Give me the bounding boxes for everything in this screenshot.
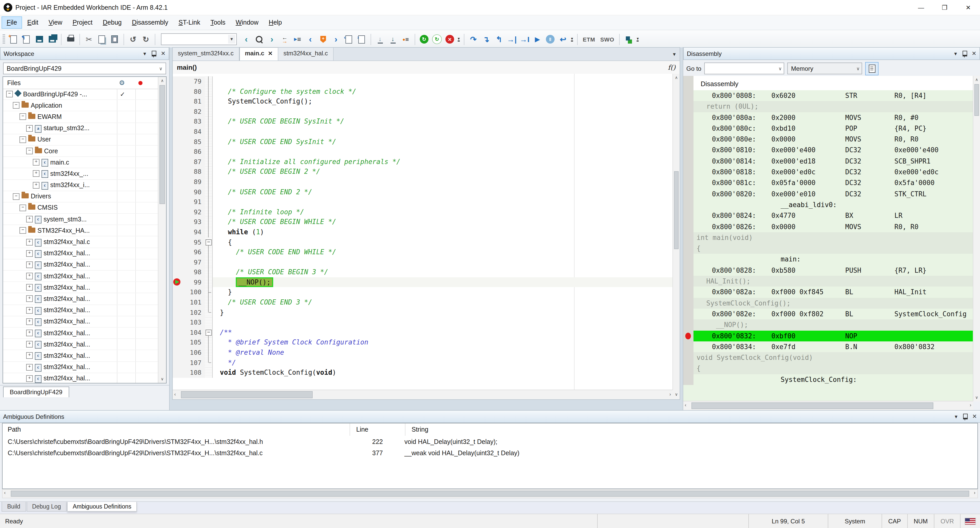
expand-icon[interactable]: + [33, 159, 40, 165]
scroll-up-icon[interactable]: ∧ [673, 74, 679, 80]
disassembly-gutter[interactable] [683, 123, 694, 134]
code-line-108[interactable]: 108void SystemClock_Config(void) [173, 367, 673, 377]
make-list-button[interactable]: ●≡ [399, 33, 412, 46]
disassembly-gutter[interactable] [683, 167, 694, 178]
code-line-93[interactable]: 93 /* USER CODE BEGIN WHILE */ [173, 217, 673, 227]
tree-item[interactable]: −Core [3, 146, 158, 157]
code-line-96[interactable]: 96 /* USER CODE END WHILE */ [173, 247, 673, 257]
column-header-path[interactable]: Path [3, 423, 350, 436]
disassembly-gutter[interactable] [683, 363, 694, 374]
code-line-87[interactable]: 87 /* Initialize all configured peripher… [173, 157, 673, 167]
tree-item[interactable]: +cstm32f4xx_hal... [3, 282, 158, 293]
disassembly-gutter[interactable] [683, 243, 694, 254]
paste-button[interactable] [108, 33, 121, 46]
disassembly-gutter[interactable] [683, 134, 694, 145]
expand-icon[interactable]: + [26, 318, 33, 325]
column-header-line[interactable]: Line [350, 423, 406, 436]
tree-item[interactable]: +cmain.c [3, 157, 158, 168]
code-line-84[interactable]: 84 [173, 127, 673, 137]
disassembly-row-label[interactable]: main: [683, 254, 980, 265]
disassembly-gutter[interactable] [683, 112, 694, 123]
disassembly-row-instr[interactable]: 0x800'0810:0xe000'e400DC320xe000'e400 [683, 145, 980, 156]
menu-stlink[interactable]: ST-Link [174, 17, 205, 28]
tree-item[interactable]: +cstm32f4xx_hal... [3, 362, 158, 373]
tab-ambiguous-definitions[interactable]: Ambiguous Definitions [67, 502, 137, 512]
expand-icon[interactable]: + [26, 307, 33, 313]
expand-icon[interactable]: + [26, 341, 33, 348]
code-line-98[interactable]: 98 /* USER CODE BEGIN 3 */ [173, 267, 673, 277]
expand-icon[interactable]: + [26, 125, 33, 132]
code-line-85[interactable]: 85 /* USER CODE END SysInit */ [173, 137, 673, 146]
scroll-up-icon[interactable]: ∧ [158, 77, 166, 83]
tree-item[interactable]: −EWARM [3, 111, 158, 123]
disassembly-horizontal-scrollbar[interactable]: ‹ › [683, 401, 973, 410]
disassembly-row-source[interactable]: __NOP(); [683, 320, 980, 331]
disassembly-row-instr[interactable]: 0x800'0818:0xe000'ed0cDC320xe000'ed0c [683, 167, 980, 178]
goto-address-combo[interactable]: ∨ [705, 62, 784, 74]
disassembly-gutter[interactable] [683, 90, 694, 101]
scroll-left-icon[interactable]: ‹ [685, 402, 686, 407]
breakpoint-icon[interactable] [685, 332, 691, 339]
code-line-81[interactable]: 81 SystemClock_Config(); [173, 96, 673, 107]
expand-icon[interactable]: + [26, 375, 33, 382]
break-button[interactable]: ‖ [544, 33, 557, 46]
disassembly-content[interactable]: Disassembly 0x800'0808:0x6020STRR0, [R4]… [683, 76, 980, 401]
keyboard-layout-flag-icon[interactable] [960, 514, 980, 528]
pin-icon[interactable] [963, 413, 968, 419]
disassembly-row-instr[interactable]: 0x800'080e:0x0000MOVSR0, R0 [683, 134, 980, 145]
collapse-icon[interactable]: − [19, 113, 26, 120]
disassembly-gutter[interactable] [683, 341, 694, 352]
tree-item[interactable]: −BoardBringUpF429 -...✓ [3, 89, 158, 100]
code-line-105[interactable]: 105 * @brief System Clock Configuration [173, 337, 673, 348]
menu-tools[interactable]: Tools [206, 17, 230, 28]
expand-icon[interactable]: + [26, 273, 33, 279]
tab-stm32f4xx-hal[interactable]: stm32f4xx_hal.c [278, 48, 333, 60]
expand-icon[interactable]: + [26, 261, 33, 268]
disassembly-row-source[interactable]: void SystemClock_Config(void) [683, 352, 980, 363]
scroll-up-icon[interactable]: ∧ [973, 76, 980, 82]
download-all-button[interactable]: ↓ [387, 33, 399, 46]
menu-help[interactable]: Help [264, 17, 286, 28]
minimize-button[interactable]: — [909, 0, 933, 15]
tree-item[interactable]: +cstm32f4xx_hal... [3, 373, 158, 383]
disassembly-gutter[interactable] [683, 221, 694, 232]
breakpoint-execution-icon[interactable] [173, 278, 180, 286]
cut-button[interactable]: ✂ [83, 33, 95, 46]
expand-icon[interactable]: + [26, 216, 33, 223]
code-editor[interactable]: 7980 /* Configure the system clock */81 … [173, 74, 673, 390]
fold-toggle-icon[interactable] [205, 328, 213, 337]
collapse-icon[interactable]: − [26, 148, 33, 154]
code-line-92[interactable]: 92 /* Infinite loop */ [173, 207, 673, 217]
code-line-106[interactable]: 106 * @retval None [173, 348, 673, 358]
disassembly-gutter[interactable] [683, 188, 694, 199]
code-line-90[interactable]: 90 /* USER CODE END 2 */ [173, 187, 673, 197]
code-line-91[interactable]: 91 [173, 197, 673, 207]
disassembly-gutter[interactable] [683, 276, 694, 287]
pin-icon[interactable] [963, 51, 967, 56]
disassembly-gutter[interactable] [683, 265, 694, 276]
tree-item[interactable]: −CMSIS [3, 202, 158, 214]
expand-icon[interactable]: + [26, 296, 33, 302]
redo-button[interactable]: ↻ [139, 33, 152, 46]
tree-item[interactable]: +cstm32f4xx_hal.c [3, 237, 158, 248]
code-line-104[interactable]: 104/** [173, 328, 673, 337]
expand-icon[interactable]: + [26, 250, 33, 256]
disassembly-row-instr[interactable]: 0x800'080c:0xbd10POP{R4, PC} [683, 123, 980, 134]
code-line-86[interactable]: 86 [173, 146, 673, 157]
disassembly-gutter[interactable] [683, 374, 694, 385]
scroll-left-icon[interactable]: ‹ [174, 392, 176, 397]
disassembly-row-instr[interactable]: 0x800'0826:0x0000MOVSR0, R0 [683, 221, 980, 232]
panel-menu-icon[interactable]: ▼ [954, 414, 958, 419]
close-icon[interactable]: ✕ [972, 413, 977, 420]
collapse-icon[interactable]: − [19, 227, 26, 234]
swo-button[interactable]: SWO [598, 33, 617, 45]
collapse-icon[interactable]: − [6, 91, 13, 97]
disassembly-gutter[interactable] [683, 156, 694, 167]
tree-item[interactable]: +astartup_stm32... [3, 123, 158, 134]
panel-menu-icon[interactable]: ▼ [143, 51, 147, 56]
disassembly-gutter[interactable] [683, 320, 694, 331]
disassembly-row-instr[interactable]: 0x800'0814:0xe000'ed18DC32SCB_SHPR1 [683, 156, 980, 167]
save-all-button[interactable] [46, 33, 59, 46]
step-into-button[interactable]: ↴ [480, 33, 493, 46]
find-previous-button[interactable]: ‹ [240, 33, 253, 46]
